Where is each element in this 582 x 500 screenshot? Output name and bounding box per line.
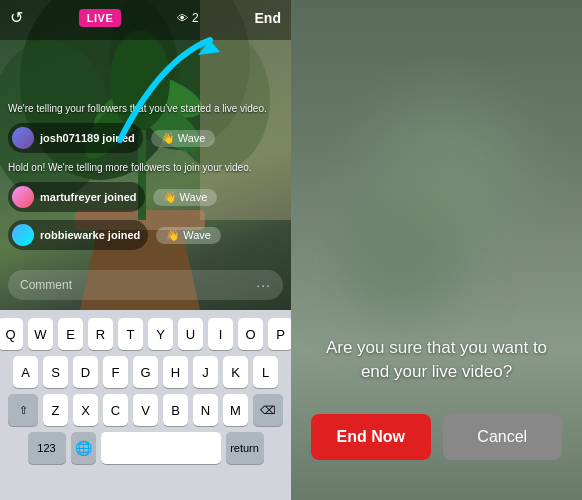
- key-c[interactable]: C: [103, 394, 128, 426]
- wave-button-robbie[interactable]: 👋 Wave: [156, 227, 221, 244]
- emoji-key[interactable]: 🌐: [71, 432, 96, 464]
- avatar-martu: [12, 186, 34, 208]
- key-v[interactable]: V: [133, 394, 158, 426]
- wave-emoji-martu: 👋: [163, 191, 177, 204]
- key-i[interactable]: I: [208, 318, 233, 350]
- key-u[interactable]: U: [178, 318, 203, 350]
- key-a[interactable]: A: [13, 356, 38, 388]
- key-b[interactable]: B: [163, 394, 188, 426]
- keyboard-row-4: 123 🌐 return: [4, 432, 287, 464]
- avatar-robbie: [12, 224, 34, 246]
- keyboard-row-1: Q W E R T Y U I O P: [4, 318, 287, 350]
- more-options-icon[interactable]: ···: [256, 277, 271, 293]
- martu-join-text: martufreyer joined: [40, 191, 137, 203]
- key-l[interactable]: L: [253, 356, 278, 388]
- key-w[interactable]: W: [28, 318, 53, 350]
- backspace-key[interactable]: ⌫: [253, 394, 283, 426]
- key-o[interactable]: O: [238, 318, 263, 350]
- numbers-key[interactable]: 123: [28, 432, 66, 464]
- key-j[interactable]: J: [193, 356, 218, 388]
- space-key[interactable]: [101, 432, 221, 464]
- keyboard-area: Q W E R T Y U I O P A S D F G H J K L ⇧ …: [0, 310, 291, 500]
- join-row-robbie: robbiewarke joined: [8, 220, 148, 250]
- viewer-count: 👁 2: [177, 11, 199, 25]
- key-y[interactable]: Y: [148, 318, 173, 350]
- confirm-question: Are you sure that you want to end your l…: [311, 336, 562, 384]
- end-now-button[interactable]: End Now: [311, 414, 431, 460]
- key-d[interactable]: D: [73, 356, 98, 388]
- keyboard-row-3: ⇧ Z X C V B N M ⌫: [4, 394, 287, 426]
- wave-button-josh[interactable]: 👋 Wave: [151, 130, 216, 147]
- avatar-josh: [12, 127, 34, 149]
- key-g[interactable]: G: [133, 356, 158, 388]
- hold-on-text: Hold on! We're telling more followers to…: [8, 161, 283, 174]
- confirm-buttons: End Now Cancel: [311, 414, 562, 460]
- key-k[interactable]: K: [223, 356, 248, 388]
- right-panel: Are you sure that you want to end your l…: [291, 0, 582, 500]
- key-f[interactable]: F: [103, 356, 128, 388]
- join-row-josh: josh071189 joined: [8, 123, 143, 153]
- key-q[interactable]: Q: [0, 318, 23, 350]
- return-key[interactable]: return: [226, 432, 264, 464]
- top-bar: ↺ LIVE 👁 2 End: [0, 8, 291, 27]
- key-z[interactable]: Z: [43, 394, 68, 426]
- confirm-dialog: Are you sure that you want to end your l…: [291, 336, 582, 460]
- wave-emoji-josh: 👋: [161, 132, 175, 145]
- key-r[interactable]: R: [88, 318, 113, 350]
- comment-bar[interactable]: Comment ···: [8, 270, 283, 300]
- robbie-join-text: robbiewarke joined: [40, 229, 140, 241]
- cancel-button[interactable]: Cancel: [443, 414, 563, 460]
- key-e[interactable]: E: [58, 318, 83, 350]
- video-messages: We're telling your followers that you've…: [8, 102, 283, 250]
- keyboard-row-2: A S D F G H J K L: [4, 356, 287, 388]
- eye-icon: 👁: [177, 12, 188, 24]
- refresh-icon[interactable]: ↺: [10, 8, 23, 27]
- key-p[interactable]: P: [268, 318, 293, 350]
- key-m[interactable]: M: [223, 394, 248, 426]
- key-x[interactable]: X: [73, 394, 98, 426]
- shift-key[interactable]: ⇧: [8, 394, 38, 426]
- comment-placeholder: Comment: [20, 278, 72, 292]
- end-button[interactable]: End: [255, 10, 281, 26]
- key-t[interactable]: T: [118, 318, 143, 350]
- video-area: ↺ LIVE 👁 2 End We're telling your follow…: [0, 0, 291, 310]
- wave-button-martu[interactable]: 👋 Wave: [153, 189, 218, 206]
- key-h[interactable]: H: [163, 356, 188, 388]
- bg-blob-2: [341, 200, 461, 320]
- wave-emoji-robbie: 👋: [166, 229, 180, 242]
- key-s[interactable]: S: [43, 356, 68, 388]
- josh-join-text: josh071189 joined: [40, 132, 135, 144]
- left-panel: ↺ LIVE 👁 2 End We're telling your follow…: [0, 0, 291, 500]
- notify-text: We're telling your followers that you've…: [8, 102, 283, 115]
- join-row-martu: martufreyer joined: [8, 182, 145, 212]
- live-badge: LIVE: [79, 9, 121, 27]
- key-n[interactable]: N: [193, 394, 218, 426]
